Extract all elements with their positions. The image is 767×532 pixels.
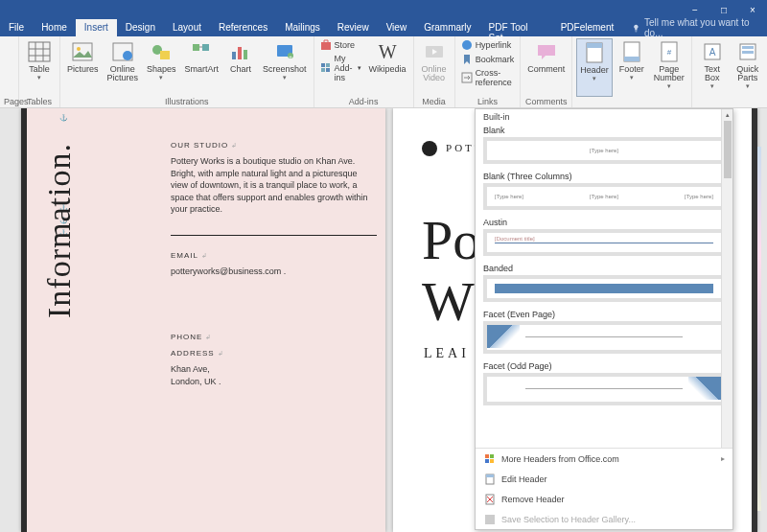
online-pictures-button[interactable]: Online Pictures <box>105 38 142 97</box>
shapes-button[interactable]: Shapes▾ <box>144 38 179 97</box>
svg-point-25 <box>462 40 472 50</box>
group-label-links: Links <box>459 97 517 107</box>
tab-home[interactable]: Home <box>33 19 76 36</box>
caret-icon: ▾ <box>630 74 634 81</box>
comment-button[interactable]: Comment <box>524 38 568 97</box>
ribbon: Pages Table ▾ Tables Pictures Online Pic… <box>0 36 767 108</box>
more-headers-button[interactable]: More Headers from Office.com▸ <box>476 449 732 469</box>
header-button[interactable]: Header▾ <box>576 38 613 97</box>
edit-header-button[interactable]: Edit Header <box>476 469 732 489</box>
svg-point-6 <box>77 47 81 51</box>
lightbulb-icon <box>632 24 640 33</box>
svg-rect-20 <box>321 63 325 67</box>
group-illustrations: Pictures Online Pictures Shapes▾ SmartAr… <box>60 36 314 107</box>
chart-icon <box>227 40 254 63</box>
quickparts-button[interactable]: Quick Parts▾ <box>732 38 764 97</box>
table-button[interactable]: Table ▾ <box>23 38 56 97</box>
svg-rect-14 <box>238 47 242 59</box>
studio-body[interactable]: Pottery Works is a boutique studio on Kh… <box>171 155 377 216</box>
comment-label: Comment <box>527 65 565 74</box>
gallery-item-facet-even[interactable]: Facet (Even Page) <box>476 308 732 359</box>
anchor-icon: ⚓ <box>59 114 68 122</box>
group-links: Hyperlink Bookmark Cross-reference Links <box>455 36 522 107</box>
tab-file[interactable]: File <box>0 19 33 36</box>
wikipedia-button[interactable]: WWikipedia <box>366 38 409 97</box>
gallery-item-name: Blank <box>483 126 725 135</box>
footer-icon <box>618 40 645 63</box>
footer-label: Footer <box>619 65 644 74</box>
save-icon <box>483 513 496 525</box>
crossref-button[interactable]: Cross-reference <box>459 67 517 88</box>
document-area[interactable]: ⚓ ⚓ ⚓ ⚓ Information. OUR STUDIO ↲ Potter… <box>0 108 767 532</box>
tell-me-search[interactable]: Tell me what you want to do... <box>622 19 767 36</box>
gallery-item-austin[interactable]: Austin [Document title] <box>476 216 732 262</box>
pictures-button[interactable]: Pictures <box>64 38 102 97</box>
close-button[interactable]: × <box>738 0 767 19</box>
svg-rect-46 <box>485 454 489 458</box>
store-button[interactable]: Store <box>318 38 363 52</box>
store-label: Store <box>335 40 356 50</box>
scroll-thumb[interactable] <box>724 121 732 178</box>
scroll-up-icon[interactable]: ▴ <box>722 109 733 121</box>
online-video-button[interactable]: Online Video <box>418 38 451 97</box>
tab-design[interactable]: Design <box>117 19 164 36</box>
group-headerfooter: Header▾ Footer▾ #Page Number▾ <box>572 36 691 107</box>
hyperlink-button[interactable]: Hyperlink <box>459 38 517 52</box>
page-number-button[interactable]: #Page Number▾ <box>651 38 687 97</box>
screenshot-button[interactable]: +Screenshot▾ <box>260 38 310 97</box>
chart-label: Chart <box>230 65 251 74</box>
caret-icon: ▾ <box>159 74 163 81</box>
address-body[interactable]: Khan Ave, London, UK . <box>171 363 377 387</box>
tab-mailings[interactable]: Mailings <box>276 19 329 36</box>
svg-text:A: A <box>709 47 715 58</box>
footer-button[interactable]: Footer▾ <box>616 38 648 97</box>
group-media: Online Video Media <box>414 36 455 107</box>
tab-pdftoolset[interactable]: PDF Tool Set <box>480 19 552 36</box>
gallery-item-facet-odd[interactable]: Facet (Odd Page) <box>476 359 732 411</box>
svg-rect-22 <box>321 68 325 72</box>
chart-button[interactable]: Chart <box>224 38 257 97</box>
tab-grammarly[interactable]: Grammarly <box>415 19 479 36</box>
svg-text:+: + <box>289 54 292 59</box>
studio-label: OUR STUDIO <box>171 141 228 150</box>
remove-header-label: Remove Header <box>501 495 565 504</box>
email-value[interactable]: potteryworks@business.com . <box>171 266 377 278</box>
svg-rect-51 <box>486 474 494 477</box>
bookmark-button[interactable]: Bookmark <box>459 53 517 66</box>
gallery-scrollbar[interactable]: ▴ ▾ <box>721 109 732 470</box>
svg-rect-23 <box>326 68 330 72</box>
textbox-button[interactable]: AText Box▾ <box>696 38 729 97</box>
bookmark-label: Bookmark <box>476 55 515 64</box>
tab-pdfelement[interactable]: PDFelement <box>552 19 623 36</box>
minimize-button[interactable]: − <box>681 0 709 19</box>
svg-rect-30 <box>624 57 639 61</box>
group-pages: Pages <box>0 36 19 107</box>
gallery-preview: [Type here] <box>483 137 725 164</box>
svg-rect-48 <box>485 459 489 463</box>
textbox-icon: A <box>699 40 726 63</box>
pictures-icon <box>69 40 96 63</box>
tab-layout[interactable]: Layout <box>164 19 210 36</box>
crossref-icon <box>461 72 473 83</box>
my-addins-button[interactable]: My Add-ins▾ <box>318 53 363 83</box>
gallery-item-blank-three[interactable]: Blank (Three Columns) [Type here] [Type … <box>476 170 732 216</box>
tab-view[interactable]: View <box>378 19 416 36</box>
smartart-label: SmartArt <box>185 65 220 74</box>
svg-text:#: # <box>666 48 671 57</box>
tab-references[interactable]: References <box>210 19 276 36</box>
maximize-button[interactable]: □ <box>709 0 738 19</box>
tab-review[interactable]: Review <box>329 19 378 36</box>
remove-header-button[interactable]: Remove Header <box>476 489 732 509</box>
smartart-button[interactable]: SmartArt <box>182 38 222 97</box>
gallery-item-banded[interactable]: Banded <box>476 262 732 308</box>
wikipedia-icon: W <box>374 40 401 63</box>
quickparts-icon <box>734 40 761 63</box>
gallery-item-name: Austin <box>483 218 725 227</box>
svg-rect-5 <box>73 43 92 60</box>
builtin-heading: Built-in <box>476 109 732 124</box>
gallery-item-blank[interactable]: Blank [Type here] <box>476 124 732 170</box>
tab-insert[interactable]: Insert <box>76 19 117 36</box>
group-label-illustrations: Illustrations <box>64 97 310 107</box>
addins-icon <box>320 62 332 74</box>
group-label-addins: Add-ins <box>318 97 409 107</box>
